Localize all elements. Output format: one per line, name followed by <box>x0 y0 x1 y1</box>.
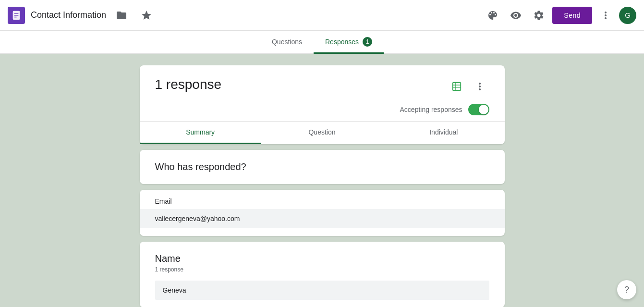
settings-icon <box>533 10 545 21</box>
eye-icon <box>510 10 522 21</box>
svg-rect-2 <box>14 15 18 15</box>
send-button[interactable]: Send <box>552 7 592 24</box>
svg-rect-1 <box>14 13 18 13</box>
response-header-card: 1 response Accept <box>140 65 505 144</box>
response-more-button[interactable] <box>470 77 489 96</box>
name-title: Name <box>155 253 489 264</box>
sub-tab-summary[interactable]: Summary <box>140 122 261 144</box>
accepting-toggle[interactable] <box>468 104 489 115</box>
accepting-row: Accepting responses <box>155 100 489 115</box>
email-card: Email vallecergeneva@yahoo.com <box>140 190 505 236</box>
tab-responses[interactable]: Responses 1 <box>314 31 384 54</box>
responses-badge: 1 <box>363 37 372 47</box>
sheets-button[interactable] <box>447 77 466 96</box>
svg-rect-7 <box>455 83 456 91</box>
email-value: vallecergeneva@yahoo.com <box>140 209 505 228</box>
topbar: Contact Information Send G <box>0 0 644 31</box>
sub-tabs: Summary Question Individual <box>140 121 505 144</box>
name-card: Name 1 response Geneva <box>140 242 505 307</box>
preview-button[interactable] <box>506 6 525 25</box>
who-responded-card: Who has responded? <box>140 150 505 184</box>
sub-tab-question[interactable]: Question <box>261 122 383 144</box>
who-responded-title: Who has responded? <box>155 161 246 172</box>
sub-tab-individual[interactable]: Individual <box>383 122 504 144</box>
settings-button[interactable] <box>529 6 548 25</box>
name-value: Geneva <box>155 281 489 300</box>
main-content: 1 response Accept <box>0 54 644 307</box>
response-count-label: 1 response <box>155 77 222 92</box>
star-button[interactable] <box>137 6 156 25</box>
tabs-bar: Questions Responses 1 <box>0 31 644 54</box>
more-vertical-icon <box>600 10 611 21</box>
accepting-label: Accepting responses <box>400 106 462 113</box>
tab-questions[interactable]: Questions <box>260 31 314 54</box>
topbar-left: Contact Information <box>8 6 483 25</box>
forms-icon <box>11 10 22 21</box>
name-card-content: Name 1 response Geneva <box>140 242 505 300</box>
svg-rect-6 <box>452 87 461 87</box>
name-response-count: 1 response <box>155 266 489 273</box>
folder-icon <box>116 10 127 21</box>
email-label: Email <box>140 190 505 209</box>
sheets-icon <box>451 81 462 92</box>
page-title: Contact Information <box>31 10 106 20</box>
header-actions <box>447 77 489 100</box>
more-options-button[interactable] <box>596 6 615 25</box>
star-icon <box>141 10 152 21</box>
user-avatar[interactable]: G <box>619 7 636 24</box>
svg-rect-5 <box>452 85 461 85</box>
palette-icon <box>487 10 498 21</box>
palette-button[interactable] <box>483 6 502 25</box>
svg-rect-3 <box>14 16 17 17</box>
folder-button[interactable] <box>112 6 131 25</box>
response-header: 1 response Accept <box>140 65 505 115</box>
help-label: ? <box>624 285 629 295</box>
topbar-right: Send G <box>483 6 636 25</box>
who-card-content: Who has responded? <box>140 150 505 184</box>
app-icon <box>8 7 25 24</box>
more-vertical-icon-2 <box>474 81 486 92</box>
help-button[interactable]: ? <box>617 280 636 299</box>
svg-rect-4 <box>452 83 461 91</box>
